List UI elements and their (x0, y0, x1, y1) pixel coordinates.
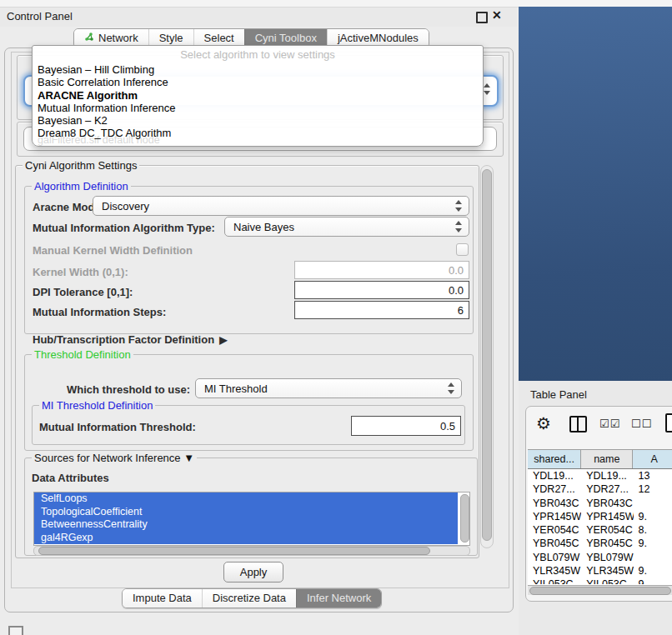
gear-icon[interactable]: ⚙ (536, 413, 551, 433)
settings-vertical-scrollbar[interactable] (480, 165, 494, 548)
apply-button[interactable]: Apply (223, 562, 283, 582)
show-columns-icon[interactable]: ☑☑ (599, 418, 620, 430)
scrollbar-thumb[interactable] (482, 169, 492, 541)
list-item[interactable]: gal4RGexp (34, 532, 458, 545)
scrollbar-thumb[interactable] (529, 587, 671, 595)
tab-label: Style (159, 32, 183, 44)
table-cell: YBL079W (528, 551, 581, 564)
mi-steps-field[interactable]: 6 (294, 301, 469, 319)
table-cell: 9. (634, 510, 672, 523)
table-cell: YPR145W (581, 510, 633, 523)
tab-label: jActiveMNodules (338, 32, 419, 44)
close-icon[interactable]: ✕ (492, 8, 502, 22)
cyni-mode-tabbar: Impute DataDiscretize DataInfer Network (122, 588, 382, 608)
tab-label: Cyni Toolbox (255, 32, 317, 44)
dpi-tolerance-field[interactable]: 0.0 (294, 281, 469, 299)
export-table-icon[interactable] (665, 413, 672, 432)
float-window-icon[interactable] (476, 12, 488, 23)
tab-label: Discretize Data (213, 592, 286, 604)
table-cell: YLR345W (528, 564, 581, 578)
table-cell: YBR045C (581, 537, 633, 550)
table-cell: 9. (634, 578, 672, 584)
dpi-tolerance-value: 0.0 (449, 284, 464, 297)
aracne-mode-combobox[interactable]: Discovery (93, 196, 469, 216)
algorithm-dropdown-popup: Select algorithm to view settings Bayesi… (32, 45, 484, 147)
table-panel-section: Table Panel ⚙ ☑☑ ☐☐ shared...nameA YDL19… (519, 381, 672, 635)
expand-arrow-icon: ▶ (219, 334, 227, 346)
manual-kernel-width-checkbox[interactable] (456, 243, 469, 256)
table-cell: 13 (634, 469, 672, 482)
desktop-background: GAL7GAL80GAL10GAL1GAL11SWI4GAL4GCY1HAP4Y… (519, 7, 672, 381)
manual-kernel-width-label: Manual Kernel Width Definition (33, 244, 193, 257)
dropdown-item[interactable]: ARACNE Algorithm (33, 89, 483, 102)
sources-groupbox: Sources for Network Inference ▼ Data Att… (24, 458, 478, 556)
docked-panel-icon[interactable] (8, 626, 23, 635)
table-row[interactable]: YIL053CYIL053C9. (528, 578, 672, 584)
dropdown-item[interactable]: Mutual Information Inference (33, 102, 483, 114)
groupbox-title: MI Threshold Definition (39, 399, 155, 412)
table-cell: YDR27... (581, 482, 633, 496)
kernel-width-field[interactable]: 0.0 (294, 261, 469, 279)
tab-label: Select (204, 32, 234, 44)
kernel-width-value: 0.0 (449, 264, 464, 277)
table-row[interactable]: YER054CYER054C8. (528, 523, 672, 537)
table-body: YDL19...YDL19...13YDR27...YDR27...12YBR0… (528, 469, 672, 584)
split-columns-icon[interactable] (569, 416, 587, 432)
which-threshold-combobox[interactable]: MI Threshold (195, 378, 462, 398)
table-cell: YDL19... (581, 469, 633, 482)
tab-label: Infer Network (307, 592, 371, 604)
tab-label: Network (98, 32, 138, 44)
table-row[interactable]: YBL079WYBL079W (528, 551, 672, 564)
table-row[interactable]: YLR345WYLR345W9. (528, 564, 672, 578)
table-cell: YBR045C (528, 537, 581, 550)
sources-title[interactable]: Sources for Network Inference ▼ (32, 452, 197, 464)
table-cell: YDL19... (528, 469, 581, 482)
tab-impute-data[interactable]: Impute Data (123, 589, 202, 608)
groupbox-title: Cyni Algorithm Settings (23, 159, 139, 172)
hub-definition-expander[interactable]: Hub/Transcription Factor Definition▶ (33, 333, 227, 346)
dropdown-item[interactable]: Bayesian – K2 (33, 114, 483, 127)
table-cell: YPR145W (528, 510, 581, 523)
table-column-header[interactable]: shared... (528, 450, 581, 468)
list-vertical-scrollbar[interactable] (460, 494, 468, 542)
scrollbar-thumb[interactable] (38, 547, 430, 555)
tab-label: Impute Data (133, 592, 192, 604)
mi-steps-label: Mutual Information Steps: (33, 306, 166, 318)
list-item[interactable]: TopologicalCoefficient (34, 506, 458, 519)
table-horizontal-scrollbar[interactable] (528, 585, 672, 595)
hide-columns-icon[interactable]: ☐☐ (631, 418, 652, 430)
groupbox-title: Algorithm Definition (32, 180, 131, 192)
mi-steps-value: 6 (458, 304, 464, 317)
list-item[interactable]: SelfLoops (34, 492, 458, 506)
mi-threshold-field[interactable]: 0.5 (351, 416, 461, 436)
tab-infer-network[interactable]: Infer Network (296, 589, 381, 608)
table-row[interactable]: YDL19...YDL19...13 (528, 469, 672, 482)
dropdown-item[interactable]: Bayesian – Hill Climbing (33, 63, 483, 76)
sources-title-text: Sources for Network Inference (34, 452, 181, 464)
table-row[interactable]: YDR27...YDR27...12 (528, 482, 672, 496)
scrollbar-thumb[interactable] (460, 494, 469, 542)
table-row[interactable]: YBR043CYBR043C (528, 497, 672, 510)
apply-button-label: Apply (240, 566, 268, 578)
table-row[interactable]: YBR045CYBR045C9. (528, 537, 672, 550)
table-row[interactable]: YPR145WYPR145W9. (528, 510, 672, 523)
table-column-header[interactable]: A (633, 450, 672, 468)
table-cell: YBR043C (581, 497, 633, 510)
list-item[interactable]: BetweennessCentrality (34, 518, 458, 532)
list-horizontal-scrollbar[interactable] (33, 546, 470, 556)
table-cell: YLR345W (581, 564, 633, 578)
tab-discretize-data[interactable]: Discretize Data (202, 589, 296, 608)
control-panel-titlebar: Control Panel ✕ (0, 8, 517, 27)
dropdown-item[interactable]: Basic Correlation Inference (33, 76, 483, 88)
which-threshold-label: Which threshold to use: (67, 383, 190, 396)
data-attributes-list[interactable]: SelfLoopsTopologicalCoefficientBetweenne… (33, 492, 470, 546)
table-column-header[interactable]: name (581, 450, 633, 468)
dropdown-item[interactable]: Dream8 DC_TDC Algorithm (33, 127, 483, 139)
mi-threshold-value: 0.5 (440, 420, 455, 432)
dropdown-prompt: Select algorithm to view settings (33, 48, 483, 61)
mi-threshold-definition-groupbox: MI Threshold Definition Mutual Informati… (32, 405, 465, 445)
mi-algorithm-type-combobox[interactable]: Naive Bayes (224, 217, 469, 237)
table-cell: YBR043C (528, 497, 581, 510)
mi-algorithm-type-label: Mutual Information Algorithm Type: (33, 222, 215, 234)
kernel-width-label: Kernel Width (0,1): (33, 266, 128, 278)
